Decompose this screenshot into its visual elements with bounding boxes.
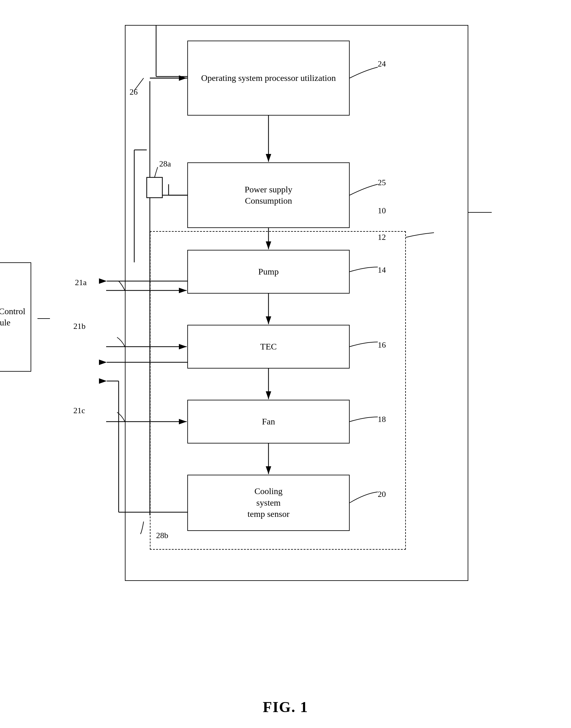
box-tec: TEC — [187, 325, 350, 369]
ref-21c: 21c — [73, 406, 85, 415]
ref-25: 25 — [378, 178, 386, 187]
ref-10: 10 — [378, 206, 386, 215]
box-ccm: Cooling Control Module — [0, 263, 31, 372]
ref-24: 24 — [378, 59, 386, 69]
fan-label: Fan — [262, 416, 275, 427]
diagram-container: Operating system processor utilization P… — [37, 19, 537, 674]
box-cooling-temp: Coolingsystemtemp sensor — [187, 475, 350, 531]
tec-label: TEC — [260, 341, 277, 352]
ref-26: 26 — [130, 88, 138, 97]
ccm-label: Cooling Control Module — [0, 306, 31, 328]
ref-14: 14 — [378, 266, 386, 275]
ref-18: 18 — [378, 415, 386, 424]
ref-20: 20 — [378, 490, 386, 499]
box-os-utilization: Operating system processor utilization — [187, 40, 350, 116]
ref-12: 12 — [378, 233, 386, 242]
ref-21b: 21b — [73, 322, 86, 331]
os-utilization-label: Operating system processor utilization — [201, 73, 336, 84]
box-pump: Pump — [187, 250, 350, 294]
power-supply-label: Power supplyConsumption — [244, 184, 292, 207]
ref-28a: 28a — [159, 159, 171, 169]
box-fan: Fan — [187, 400, 350, 443]
box-power-supply: Power supplyConsumption — [187, 163, 350, 228]
cooling-temp-label: Coolingsystemtemp sensor — [248, 486, 290, 520]
figure-caption: FIG. 1 — [263, 698, 308, 716]
ref-16: 16 — [378, 340, 386, 350]
pump-label: Pump — [258, 266, 278, 277]
ref-21a: 21a — [75, 278, 87, 287]
ref-28b: 28b — [156, 531, 168, 540]
